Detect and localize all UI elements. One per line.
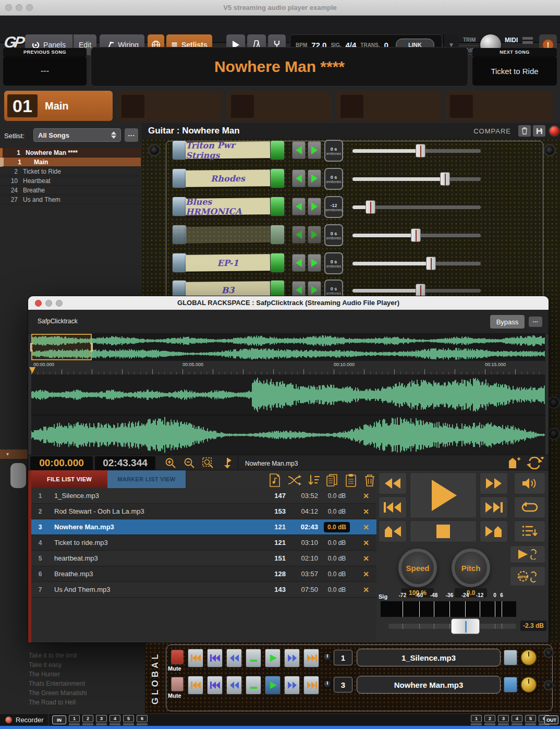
recorder-in-button[interactable]: IN [52,715,66,724]
skip-to-end-button[interactable] [480,496,508,518]
channel-button[interactable]: 2 [82,715,93,725]
volume-slider[interactable] [352,172,481,186]
widget-on-button[interactable] [270,168,285,188]
background-song[interactable]: The Green Manalishi [29,689,87,697]
volume-slider[interactable] [352,257,481,270]
setlist-song-row[interactable]: 10Heartbeat [0,176,141,186]
tab-marker-list-view[interactable]: MARKER LIST VIEW [107,470,186,488]
mute-button-1[interactable] [171,650,184,664]
slot-volume-knob[interactable] [520,676,537,693]
next-song-value[interactable]: Ticket to Ride [472,56,557,86]
widget-select-button[interactable] [172,168,187,188]
volume-slider[interactable] [352,144,481,157]
file-row[interactable]: 7Us And Them.mp3 14307:50 0.0 dB✕ [31,582,376,598]
transpose-up-button[interactable] [308,169,321,187]
transpose-down-button[interactable] [292,169,306,187]
widget-select-button[interactable] [172,253,187,273]
setlist-menu-button[interactable]: ··· [125,128,138,142]
transpose-down-button[interactable] [292,254,306,272]
transpose-up-button[interactable] [308,226,321,244]
remove-file-button[interactable]: ✕ [356,492,376,500]
song-part-slot[interactable] [117,92,222,121]
transpose-up-button[interactable] [308,254,321,272]
file-row[interactable]: 4Ticket to ride.mp3 12103:10 0.0 dB✕ [31,535,376,551]
sidebar-scrollbar[interactable] [10,463,26,488]
overview-selection[interactable] [31,334,92,360]
tab-file-list-view[interactable]: FILE LIST VIEW [31,470,107,488]
transpose-down-button[interactable] [292,198,306,215]
playhead-icon[interactable] [29,367,35,373]
remove-file-button[interactable]: ✕ [356,539,376,547]
widget-on-button[interactable] [270,140,285,160]
rewind-button[interactable] [226,649,242,667]
shuffle-icon[interactable] [288,475,301,486]
channel-button[interactable]: 6 [137,715,148,725]
add-marker-icon[interactable] [507,457,521,469]
slot-file-display[interactable]: Nowhere Man.mp3 [357,676,501,694]
setlist-song-row[interactable]: 27Us and Them [0,195,141,204]
zoom-in-icon[interactable] [165,457,176,469]
zoom-fit-icon[interactable] [202,457,214,469]
speed-knob[interactable]: Speed [398,549,437,587]
add-file-icon[interactable] [269,473,281,487]
background-song[interactable]: The Hunter [29,671,60,678]
slot-number[interactable]: 1 [334,650,352,665]
trash-icon[interactable] [364,473,375,487]
song-part-active[interactable]: 01 Main [4,91,113,121]
file-row[interactable]: 5heartbeat.mp3 15102:10 0.0 dB✕ [31,551,376,566]
add-loop-icon[interactable] [527,457,544,469]
background-song[interactable]: Take it easy [29,661,62,669]
song-part-slot[interactable] [445,92,553,121]
skip-start2-button[interactable] [207,649,223,667]
record-indicator-icon[interactable] [549,125,560,137]
setlist-song-row[interactable]: 1Nowhere Man **** [0,148,141,157]
channel-button[interactable]: 4 [109,715,120,725]
rewind-button[interactable] [379,472,407,494]
setlist-song-row[interactable]: 24Breathe [0,186,141,195]
transpose-down-button[interactable] [292,226,306,244]
fast-forward-button[interactable] [480,472,508,494]
recorder-out-button[interactable]: OUT [544,715,558,724]
play-button[interactable] [265,676,281,695]
slot-file-display[interactable]: 1_Silence.mp3 [357,649,501,666]
play-button[interactable] [265,649,281,667]
stop-button[interactable] [410,520,477,542]
skip-start-button[interactable] [188,649,203,667]
loop-button[interactable] [514,496,545,518]
sort-icon[interactable] [308,474,320,487]
background-song[interactable]: Thats Entertainment [29,680,85,687]
marker-flag-icon[interactable] [222,457,233,469]
sidebar-collapse-bar[interactable]: ▾ [0,449,28,459]
stop-button[interactable] [246,649,261,667]
rewind-button[interactable] [226,676,242,695]
previous-song-value[interactable]: --- [3,56,87,86]
selection-handle-right[interactable] [90,343,93,351]
gain-chip[interactable]: 0.0 dB [324,522,350,532]
setlist-select[interactable]: All Songs [33,128,121,142]
paste-icon[interactable] [345,473,357,487]
slot-volume-knob[interactable] [520,649,537,666]
channel-button[interactable]: 1 [471,715,482,725]
zoom-out-icon[interactable] [184,457,195,469]
channel-button[interactable]: 5 [123,715,134,725]
channel-button[interactable]: 5 [525,715,536,725]
remove-file-button[interactable]: ✕ [356,570,376,578]
file-row[interactable]: 6Breathe.mp3 12803:57 0.0 dB✕ [31,566,376,582]
playlist-advance-button[interactable] [514,520,545,542]
song-part-slot[interactable] [226,92,332,121]
current-time[interactable]: 00:00.000 [30,456,93,470]
previous-marker-button[interactable] [379,520,407,542]
mini-knob[interactable] [323,653,332,661]
widget-on-button[interactable] [270,253,285,273]
channel-button[interactable]: 4 [512,715,522,725]
selection-handle-left[interactable] [30,343,33,351]
timeline-ruler[interactable]: 00:00.000 00:05.000 00:10.000 00:15.000 [31,361,545,374]
next-marker-button[interactable] [480,520,508,542]
remove-file-button[interactable]: ✕ [356,586,376,594]
file-row-selected[interactable]: 3Nowhere Man.mp3 12102:43 0.0 dB ✕ [31,519,376,535]
remove-file-button[interactable]: ✕ [356,554,376,563]
widget-select-button[interactable] [172,197,187,216]
recorder-record-icon[interactable] [5,716,12,723]
mute-button-2[interactable] [171,677,184,691]
gain-fader-handle[interactable] [451,618,480,634]
